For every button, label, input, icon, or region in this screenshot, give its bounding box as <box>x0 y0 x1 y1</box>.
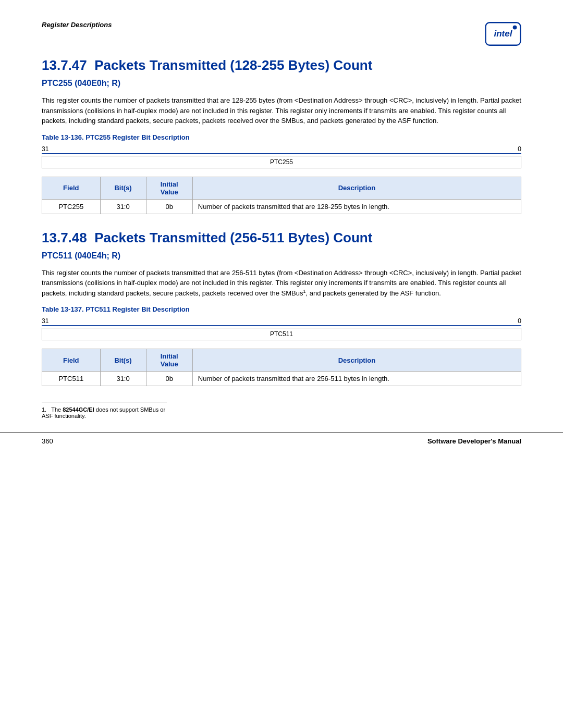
td-desc-1: Number of packets transmitted that are 1… <box>192 199 521 214</box>
bit-range-row-1: 31 0 <box>42 145 521 153</box>
bit-high-1: 31 <box>42 145 48 153</box>
th-field-1: Field <box>42 177 101 199</box>
bit-line-2 <box>42 325 521 326</box>
td-field-1: PTC255 <box>42 199 101 214</box>
description-2: This register counts the number of packe… <box>42 268 521 299</box>
register-bar-1: PTC255 <box>42 156 521 168</box>
bit-low-1: 0 <box>518 145 521 153</box>
bit-line-1 <box>42 153 521 154</box>
th-desc-2: Description <box>192 349 521 372</box>
svg-text:intel: intel <box>494 29 512 39</box>
th-field-2: Field <box>42 349 101 372</box>
header-title: Register Descriptions <box>42 21 112 29</box>
th-bits-1: Bit(s) <box>100 177 146 199</box>
register-name-1: PTC255 (040E0h; R) <box>42 79 521 88</box>
table-header-row-1: Field Bit(s) InitialValue Description <box>42 177 521 199</box>
footnote-section: 1. The 82544GC/EI does not support SMBus… <box>42 402 167 419</box>
td-desc-2: Number of packets transmitted that are 2… <box>192 372 521 386</box>
intel-logo: intel <box>485 21 521 47</box>
th-desc-1: Description <box>192 177 521 199</box>
th-initial-1: InitialValue <box>146 177 192 199</box>
footer-manual-title: Software Developer's Manual <box>427 437 521 445</box>
table-title-2: Table 13-137. PTC511 Register Bit Descri… <box>42 305 521 313</box>
bit-range-bar-2: 31 0 <box>42 317 521 326</box>
bit-range-bar-1: 31 0 <box>42 145 521 154</box>
register-bar-2: PTC511 <box>42 328 521 340</box>
register-table-1: Field Bit(s) InitialValue Description PT… <box>42 177 521 214</box>
register-name-2: PTC511 (040E4h; R) <box>42 251 521 261</box>
footnote-text: The 82544GC/EI does not support SMBus or… <box>42 406 165 419</box>
section-13-7-48: 13.7.48 Packets Transmitted (256-511 Byt… <box>42 230 521 387</box>
register-table-2: Field Bit(s) InitialValue Description PT… <box>42 349 521 386</box>
section-title-2: 13.7.48 Packets Transmitted (256-511 Byt… <box>42 230 521 246</box>
table-row: PTC255 31:0 0b Number of packets transmi… <box>42 199 521 214</box>
svg-point-2 <box>513 26 517 30</box>
th-initial-2: InitialValue <box>146 349 192 372</box>
table-row: PTC511 31:0 0b Number of packets transmi… <box>42 372 521 386</box>
page-footer: 360 Software Developer's Manual <box>0 433 563 445</box>
td-bits-1: 31:0 <box>100 199 146 214</box>
td-initial-2: 0b <box>146 372 192 386</box>
td-initial-1: 0b <box>146 199 192 214</box>
page-header: Register Descriptions intel <box>42 21 521 47</box>
description-1: This register counts the number of packe… <box>42 95 521 126</box>
section-title-1: 13.7.47 Packets Transmitted (128-255 Byt… <box>42 57 521 73</box>
table-title-1: Table 13-136. PTC255 Register Bit Descri… <box>42 133 521 141</box>
footnote-sup: 1 <box>303 289 305 294</box>
page: Register Descriptions intel 13.7.47 Pack… <box>0 0 563 461</box>
section-13-7-47: 13.7.47 Packets Transmitted (128-255 Byt… <box>42 57 521 214</box>
bit-range-row-2: 31 0 <box>42 317 521 325</box>
td-field-2: PTC511 <box>42 372 101 386</box>
footer-page-number: 360 <box>42 437 53 445</box>
td-bits-2: 31:0 <box>100 372 146 386</box>
th-bits-2: Bit(s) <box>100 349 146 372</box>
footnote-number: 1. <box>42 406 46 413</box>
bit-high-2: 31 <box>42 317 48 325</box>
table-header-row-2: Field Bit(s) InitialValue Description <box>42 349 521 372</box>
bit-low-2: 0 <box>518 317 521 325</box>
